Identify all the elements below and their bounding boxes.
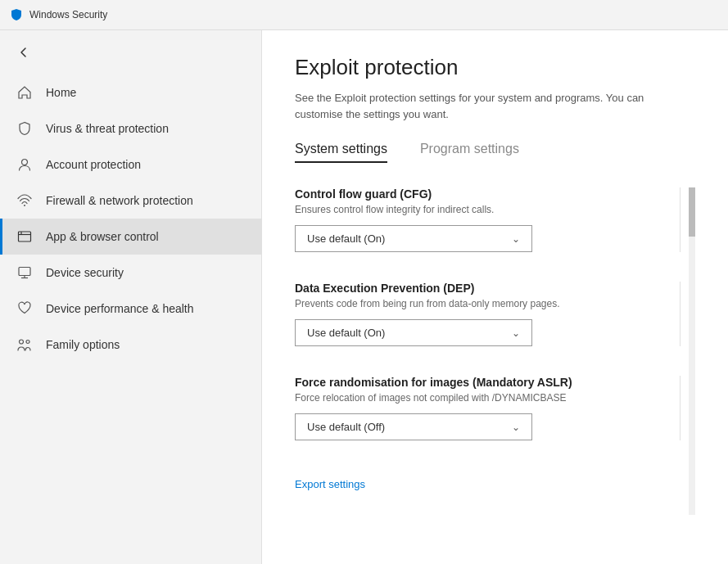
person-icon	[16, 156, 33, 173]
back-arrow-icon	[16, 45, 31, 60]
sidebar-nav: Home Virus & threat protection	[0, 68, 261, 369]
dropdown-aslr[interactable]: Use default (Off) ⌄	[295, 413, 532, 440]
tab-program-settings[interactable]: Program settings	[420, 142, 519, 163]
home-icon	[16, 84, 33, 101]
setting-aslr-title: Force randomisation for images (Mandator…	[295, 376, 663, 389]
setting-cfg-title: Control flow guard (CFG)	[295, 187, 663, 201]
heart-icon	[16, 300, 33, 317]
family-icon	[16, 336, 33, 353]
page-description: See the Exploit protection settings for …	[295, 90, 688, 122]
chevron-down-icon: ⌄	[512, 233, 520, 245]
setting-dep-title: Data Execution Prevention (DEP)	[295, 282, 663, 295]
sidebar-item-device-security[interactable]: Device security	[0, 255, 261, 291]
svg-point-0	[22, 160, 28, 165]
back-button[interactable]	[0, 30, 261, 68]
sidebar-item-firewall-label: Firewall & network protection	[46, 194, 193, 207]
settings-area: Control flow guard (CFG) Ensures control…	[295, 187, 695, 515]
sidebar-item-home-label: Home	[46, 86, 76, 99]
settings-list: Control flow guard (CFG) Ensures control…	[295, 187, 681, 515]
sidebar-item-device-health[interactable]: Device performance & health	[0, 291, 261, 327]
svg-point-9	[26, 341, 29, 344]
page-title: Exploit protection	[295, 55, 695, 80]
sidebar-item-account[interactable]: Account protection	[0, 147, 261, 183]
sidebar-item-device-security-label: Device security	[46, 266, 124, 279]
app-container: Home Virus & threat protection	[0, 30, 728, 564]
setting-cfg: Control flow guard (CFG) Ensures control…	[295, 187, 681, 252]
sidebar: Home Virus & threat protection	[0, 30, 262, 564]
svg-point-1	[24, 205, 25, 206]
sidebar-item-virus[interactable]: Virus & threat protection	[0, 111, 261, 147]
sidebar-item-app-browser-label: App & browser control	[46, 230, 159, 243]
dropdown-cfg[interactable]: Use default (On) ⌄	[295, 225, 532, 252]
sidebar-item-virus-label: Virus & threat protection	[46, 122, 169, 135]
wifi-icon	[16, 192, 33, 209]
scrollbar-track[interactable]	[689, 187, 695, 515]
setting-aslr: Force randomisation for images (Mandator…	[295, 376, 681, 440]
chevron-down-icon-dep: ⌄	[512, 327, 520, 339]
export-settings-link[interactable]: Export settings	[295, 478, 365, 490]
setting-dep: Data Execution Prevention (DEP) Prevents…	[295, 282, 681, 346]
svg-point-8	[20, 340, 24, 344]
dropdown-dep[interactable]: Use default (On) ⌄	[295, 319, 532, 346]
title-bar: Windows Security	[0, 0, 728, 30]
shield-icon	[16, 120, 33, 137]
setting-aslr-desc: Force relocation of images not compiled …	[295, 392, 663, 404]
sidebar-item-family[interactable]: Family options	[0, 327, 261, 363]
sidebar-item-family-label: Family options	[46, 338, 120, 351]
device-icon	[16, 264, 33, 281]
dropdown-aslr-value: Use default (Off)	[307, 421, 385, 433]
dropdown-cfg-value: Use default (On)	[307, 232, 385, 245]
tab-system-settings[interactable]: System settings	[295, 142, 387, 163]
sidebar-item-account-label: Account protection	[46, 158, 141, 171]
browser-icon	[16, 228, 33, 245]
title-bar-text: Windows Security	[29, 9, 107, 20]
setting-dep-desc: Prevents code from being run from data-o…	[295, 298, 663, 309]
sidebar-item-home[interactable]: Home	[0, 74, 261, 111]
scrollbar-thumb[interactable]	[689, 187, 695, 237]
svg-rect-5	[19, 268, 30, 276]
app-icon	[10, 8, 23, 21]
sidebar-item-app-browser[interactable]: App & browser control	[0, 219, 261, 255]
setting-cfg-desc: Ensures control flow integrity for indir…	[295, 204, 663, 215]
tabs-container: System settings Program settings	[295, 142, 695, 163]
main-content: Exploit protection See the Exploit prote…	[262, 30, 728, 564]
sidebar-item-device-health-label: Device performance & health	[46, 302, 194, 315]
dropdown-dep-value: Use default (On)	[307, 327, 385, 339]
sidebar-item-firewall[interactable]: Firewall & network protection	[0, 183, 261, 219]
chevron-down-icon-aslr: ⌄	[512, 422, 520, 433]
svg-rect-2	[19, 232, 31, 241]
